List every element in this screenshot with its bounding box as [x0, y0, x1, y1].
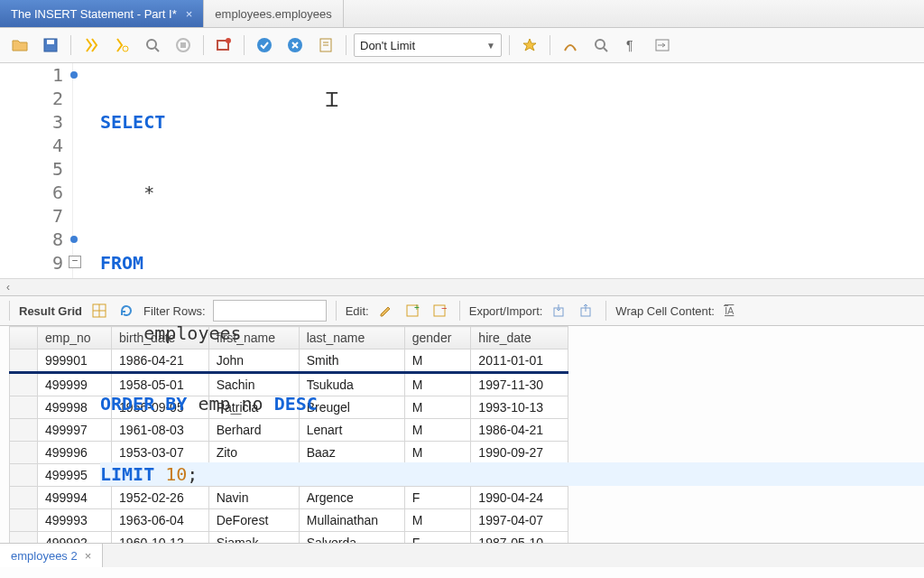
rollback-button[interactable]	[282, 33, 308, 58]
separator	[550, 35, 550, 55]
svg-point-3	[147, 40, 156, 49]
separator	[203, 35, 204, 55]
execute-current-button[interactable]	[109, 33, 134, 58]
beautify-button[interactable]	[558, 33, 583, 58]
separator	[9, 301, 10, 321]
editor-tab-insert-statement[interactable]: The INSERT Statement - Part I* ×	[0, 0, 204, 27]
result-tab-employees-2[interactable]: employees 2 ×	[0, 544, 103, 567]
ibeam-cursor-icon: Ꮖ	[326, 89, 338, 112]
scroll-left-icon[interactable]: ‹	[0, 281, 16, 294]
commit-button[interactable]	[252, 33, 277, 58]
row-header[interactable]	[10, 532, 38, 544]
line-number: 3	[0, 110, 63, 134]
row-header[interactable]	[10, 373, 38, 396]
row-header-corner	[10, 327, 38, 350]
editor-code-area[interactable]: SELECT * FROM employees ORDER BY emp_no …	[73, 63, 924, 278]
open-file-button[interactable]	[7, 33, 32, 58]
svg-rect-6	[180, 42, 186, 48]
row-header[interactable]	[10, 464, 38, 487]
row-limit-dropdown[interactable]: Don't Limit ▼	[354, 33, 502, 57]
sql-toolbar: Don't Limit ▼ ¶	[0, 28, 924, 63]
separator	[509, 35, 510, 55]
execute-button[interactable]	[79, 33, 104, 58]
close-icon[interactable]: ×	[186, 7, 193, 21]
svg-text:¶: ¶	[626, 38, 633, 52]
stop-button[interactable]	[171, 33, 196, 58]
line-number: 6	[0, 181, 63, 204]
tab-label: The INSERT Statement - Part I*	[11, 7, 177, 21]
editor-tab-employees-employees[interactable]: employees.employees	[204, 0, 343, 27]
line-number: 9−	[0, 251, 63, 275]
close-icon[interactable]: ×	[85, 549, 92, 563]
line-number: 5	[0, 157, 63, 181]
line-number: 4	[0, 134, 63, 157]
save-button[interactable]	[38, 33, 63, 58]
search-button[interactable]	[588, 33, 614, 58]
row-limit-label: Don't Limit	[360, 39, 415, 52]
tab-label: employees 2	[11, 549, 78, 563]
svg-point-14	[596, 40, 605, 49]
line-number: 7	[0, 204, 63, 228]
favorites-button[interactable]	[517, 33, 542, 58]
row-header[interactable]	[10, 419, 38, 442]
svg-point-9	[257, 38, 272, 52]
wrap-text-button[interactable]	[650, 33, 675, 58]
separator	[244, 35, 245, 55]
svg-line-4	[155, 48, 159, 51]
line-number: 2	[0, 87, 63, 110]
svg-point-8	[226, 38, 231, 43]
row-header[interactable]	[10, 350, 38, 373]
svg-point-2	[123, 46, 128, 51]
svg-line-15	[604, 48, 607, 51]
line-number: 1	[0, 63, 63, 87]
result-grid-label: Result Grid	[19, 304, 82, 318]
sql-editor[interactable]: 1 2 3 4 5 6 7 8 9− SELECT * FROM employe…	[0, 63, 924, 278]
separator	[346, 35, 346, 55]
toggle-autocommit-button[interactable]	[211, 33, 236, 58]
separator	[70, 35, 71, 55]
row-header[interactable]	[10, 396, 38, 419]
snippets-button[interactable]	[313, 33, 338, 58]
editor-tabstrip: The INSERT Statement - Part I* × employe…	[0, 0, 924, 28]
editor-gutter: 1 2 3 4 5 6 7 8 9−	[0, 63, 73, 278]
row-header[interactable]	[10, 442, 38, 464]
line-number: 8	[0, 228, 63, 251]
svg-rect-1	[47, 40, 54, 44]
tab-label: employees.employees	[215, 7, 331, 21]
explain-button[interactable]	[140, 33, 165, 58]
chevron-down-icon: ▼	[486, 41, 495, 51]
show-whitespace-button[interactable]: ¶	[619, 33, 644, 58]
row-header[interactable]	[10, 487, 38, 509]
row-header[interactable]	[10, 509, 38, 532]
